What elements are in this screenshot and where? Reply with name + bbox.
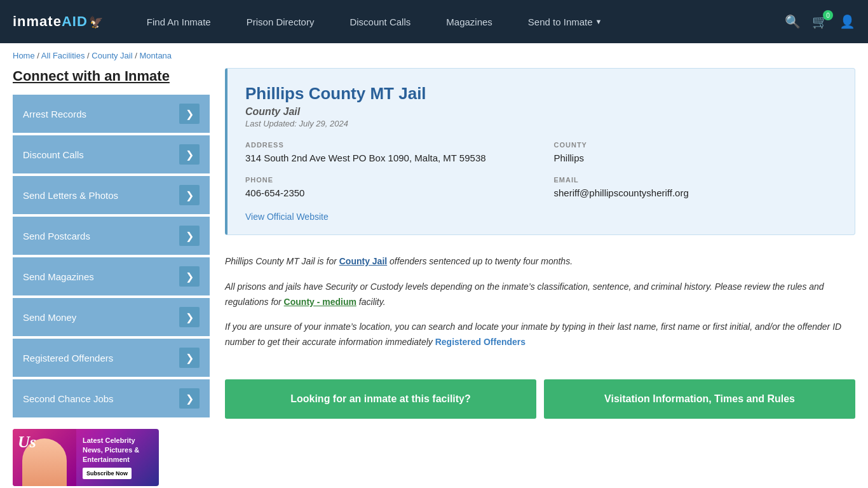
breadcrumb-home[interactable]: Home	[13, 51, 35, 60]
nav-discount-calls[interactable]: Discount Calls	[332, 0, 428, 43]
arrow-icon: ❯	[179, 266, 200, 287]
description-para1: Phillips County MT Jail is for County Ja…	[225, 254, 855, 269]
address-section: ADDRESS 314 South 2nd Ave West PO Box 10…	[245, 141, 529, 166]
county-section: COUNTY Phillips	[554, 141, 837, 166]
cart-button[interactable]: 🛒 0	[812, 14, 828, 29]
email-value: sheriff@phillipscountysheriff.org	[554, 186, 837, 201]
nav-find-inmate[interactable]: Find An Inmate	[129, 0, 229, 43]
county-value: Phillips	[554, 151, 837, 166]
sidebar-item-registered-offenders[interactable]: Registered Offenders ❯	[13, 339, 210, 377]
sidebar-item-send-postcards[interactable]: Send Postcards ❯	[13, 217, 210, 255]
county-medium-link[interactable]: County - medium	[284, 297, 356, 307]
ad-subscribe-button[interactable]: Subscribe Now	[83, 468, 132, 480]
arrow-icon: ❯	[179, 307, 200, 327]
nav-icons: 🔍 🛒 0 👤	[785, 14, 855, 29]
facility-last-updated: Last Updated: July 29, 2024	[245, 119, 837, 128]
sidebar-item-second-chance-jobs[interactable]: Second Chance Jobs ❯	[13, 379, 210, 417]
breadcrumb: Home / All Facilities / County Jail / Mo…	[0, 43, 868, 68]
sidebar-menu: Arrest Records ❯ Discount Calls ❯ Send L…	[13, 95, 210, 417]
facility-name: Phillips County MT Jail	[245, 84, 837, 104]
navbar: inmateAID🦅 Find An Inmate Prison Directo…	[0, 0, 868, 43]
description-para3: If you are unsure of your inmate’s locat…	[225, 320, 855, 350]
find-inmate-button[interactable]: Looking for an inmate at this facility?	[225, 379, 536, 419]
search-icon: 🔍	[785, 15, 801, 29]
ad-text: Latest Celebrity News, Pictures & Entert…	[76, 431, 159, 485]
sidebar-item-arrest-records[interactable]: Arrest Records ❯	[13, 95, 210, 133]
sidebar-item-send-letters[interactable]: Send Letters & Photos ❯	[13, 176, 210, 214]
official-website-link[interactable]: View Official Website	[245, 212, 329, 222]
sidebar-advertisement[interactable]: Us Latest Celebrity News, Pictures & Ent…	[13, 429, 159, 486]
arrow-icon: ❯	[179, 348, 200, 368]
user-icon: 👤	[839, 15, 855, 29]
main-content: Connect with an Inmate Arrest Records ❯ …	[0, 68, 868, 488]
content-area: Phillips County MT Jail County Jail Last…	[225, 68, 855, 486]
arrow-icon: ❯	[179, 144, 200, 165]
phone-label: PHONE	[245, 176, 529, 184]
facility-website: View Official Website	[245, 212, 837, 222]
sidebar-item-discount-calls[interactable]: Discount Calls ❯	[13, 135, 210, 173]
arrow-icon: ❯	[179, 226, 200, 246]
email-section: EMAIL sheriff@phillipscountysheriff.org	[554, 176, 837, 201]
nav-send-to-inmate[interactable]: Send to Inmate ▼	[510, 0, 620, 43]
registered-offenders-link[interactable]: Registered Offenders	[435, 337, 526, 347]
facility-description: Phillips County MT Jail is for County Ja…	[225, 248, 855, 367]
sidebar: Connect with an Inmate Arrest Records ❯ …	[13, 68, 210, 486]
breadcrumb-all-facilities[interactable]: All Facilities	[41, 51, 85, 60]
sidebar-item-send-money[interactable]: Send Money ❯	[13, 298, 210, 336]
chevron-down-icon: ▼	[595, 18, 602, 25]
phone-section: PHONE 406-654-2350	[245, 176, 529, 201]
county-label: COUNTY	[554, 141, 837, 149]
search-button[interactable]: 🔍	[785, 14, 801, 29]
arrow-icon: ❯	[179, 388, 200, 409]
description-para2: All prisons and jails have Security or C…	[225, 280, 855, 310]
address-value: 314 South 2nd Ave West PO Box 1090, Malt…	[245, 151, 529, 166]
nav-magazines[interactable]: Magazines	[428, 0, 510, 43]
sidebar-item-send-magazines[interactable]: Send Magazines ❯	[13, 257, 210, 295]
facility-card: Phillips County MT Jail County Jail Last…	[225, 68, 855, 235]
facility-type: County Jail	[245, 106, 837, 118]
arrow-icon: ❯	[179, 104, 200, 124]
logo-text: inmateAID🦅	[13, 13, 104, 30]
facility-details: ADDRESS 314 South 2nd Ave West PO Box 10…	[245, 141, 837, 200]
nav-links: Find An Inmate Prison Directory Discount…	[129, 0, 785, 43]
visitation-button[interactable]: Visitation Information, Times and Rules	[544, 379, 855, 419]
phone-value: 406-654-2350	[245, 186, 529, 201]
bottom-buttons: Looking for an inmate at this facility? …	[225, 379, 855, 419]
sidebar-title: Connect with an Inmate	[13, 68, 210, 85]
address-label: ADDRESS	[245, 141, 529, 149]
county-jail-link[interactable]: County Jail	[339, 256, 387, 266]
breadcrumb-county-jail[interactable]: County Jail	[92, 51, 132, 60]
site-logo[interactable]: inmateAID🦅	[13, 13, 104, 30]
nav-prison-directory[interactable]: Prison Directory	[229, 0, 332, 43]
ad-image: Us	[13, 429, 76, 486]
email-label: EMAIL	[554, 176, 837, 184]
arrow-icon: ❯	[179, 185, 200, 205]
breadcrumb-montana[interactable]: Montana	[139, 51, 172, 60]
cart-badge: 0	[823, 10, 833, 20]
user-button[interactable]: 👤	[839, 14, 855, 29]
ad-brand-logo: Us	[18, 433, 36, 452]
